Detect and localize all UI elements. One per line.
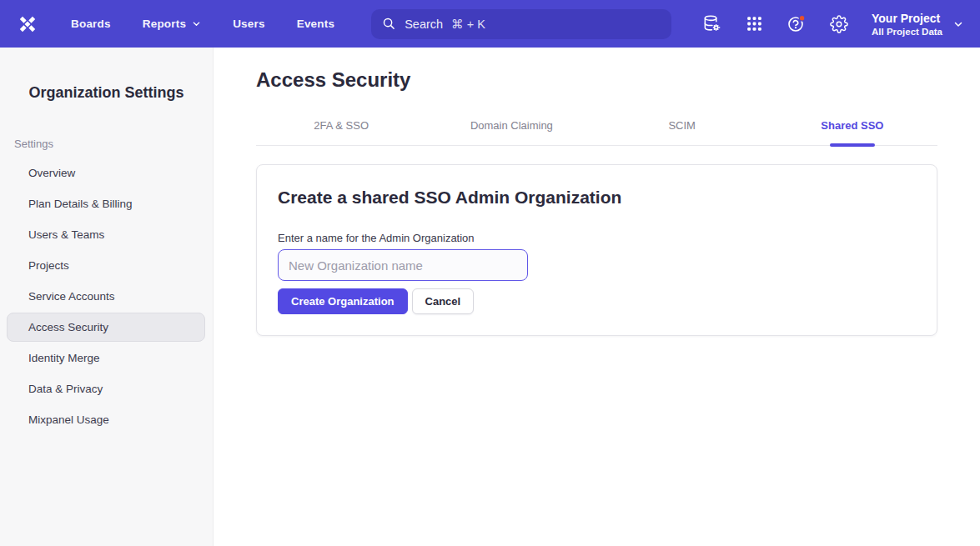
sidebar-section-label: Settings	[14, 138, 213, 150]
mixpanel-logo[interactable]	[15, 12, 40, 37]
nav-item-label: Boards	[71, 18, 111, 30]
nav-item-users[interactable]: Users	[233, 18, 265, 30]
active-tab-indicator	[830, 143, 875, 147]
org-name-label: Enter a name for the Admin Organization	[278, 232, 916, 244]
tab-label: 2FA & SSO	[314, 119, 369, 132]
main-content: Access Security 2FA & SSO Domain Claimin…	[214, 48, 980, 546]
sidebar-item-users-teams[interactable]: Users & Teams	[7, 220, 205, 249]
card-button-row: Create Organization Cancel	[278, 288, 916, 314]
chevron-down-icon	[953, 19, 963, 29]
apps-grid-button[interactable]	[744, 14, 764, 34]
nav-item-boards[interactable]: Boards	[71, 18, 111, 30]
notification-dot	[799, 15, 805, 21]
settings-button[interactable]	[829, 14, 849, 34]
tab-shared-sso[interactable]: Shared SSO	[767, 119, 937, 145]
tab-scim[interactable]: SCIM	[597, 119, 767, 145]
org-settings-sidebar: Organization Settings Settings Overview …	[0, 48, 214, 546]
primary-nav: Boards Reports Users Events	[71, 18, 334, 30]
cancel-button[interactable]: Cancel	[412, 288, 475, 314]
nav-item-reports[interactable]: Reports	[143, 18, 201, 30]
sidebar-item-projects[interactable]: Projects	[7, 251, 205, 280]
nav-item-label: Events	[297, 18, 334, 30]
search-input[interactable]: Search ⌘ + K	[371, 9, 671, 39]
sidebar-item-overview[interactable]: Overview	[7, 158, 205, 188]
help-button[interactable]	[787, 14, 807, 34]
tab-2fa-sso[interactable]: 2FA & SSO	[256, 119, 426, 145]
nav-item-label: Users	[233, 18, 265, 30]
sidebar-item-plan-details-billing[interactable]: Plan Details & Billing	[7, 189, 205, 218]
project-selector-text: Your Project All Project Data	[872, 11, 942, 38]
top-navbar: Boards Reports Users Events Search ⌘ + K	[0, 0, 980, 48]
tab-bar: 2FA & SSO Domain Claiming SCIM Shared SS…	[256, 119, 937, 146]
tab-label: SCIM	[668, 119, 696, 132]
organization-name-input[interactable]	[278, 249, 528, 281]
project-name: Your Project	[872, 11, 942, 26]
sidebar-item-access-security[interactable]: Access Security	[7, 313, 205, 342]
create-admin-org-card: Create a shared SSO Admin Organization E…	[256, 164, 937, 336]
card-title: Create a shared SSO Admin Organization	[278, 188, 916, 208]
data-management-button[interactable]	[701, 14, 721, 34]
search-placeholder: Search	[405, 18, 443, 31]
sidebar-item-data-privacy[interactable]: Data & Privacy	[7, 374, 205, 403]
sidebar-item-service-accounts[interactable]: Service Accounts	[7, 282, 205, 311]
tab-label: Domain Claiming	[470, 119, 553, 132]
navbar-icon-group	[701, 14, 849, 34]
search-icon	[382, 17, 396, 31]
mixpanel-logo-icon	[17, 13, 38, 35]
help-question-icon	[787, 13, 807, 34]
apps-grid-icon	[746, 15, 763, 33]
tab-domain-claiming[interactable]: Domain Claiming	[426, 119, 596, 145]
sidebar-nav-list: Overview Plan Details & Billing Users & …	[0, 158, 213, 434]
project-subtitle: All Project Data	[872, 26, 942, 38]
search-shortcut: ⌘ + K	[451, 18, 485, 31]
chevron-down-icon	[192, 19, 201, 28]
gear-icon	[830, 15, 848, 33]
database-gear-icon	[702, 14, 721, 33]
create-organization-button[interactable]: Create Organization	[278, 288, 408, 314]
project-selector[interactable]: Your Project All Project Data	[872, 11, 963, 38]
sidebar-item-mixpanel-usage[interactable]: Mixpanel Usage	[7, 405, 205, 434]
nav-item-events[interactable]: Events	[297, 18, 334, 30]
page-title: Access Security	[256, 68, 937, 92]
tab-label: Shared SSO	[821, 119, 883, 132]
sidebar-item-identity-merge[interactable]: Identity Merge	[7, 343, 205, 373]
sidebar-title: Organization Settings	[0, 84, 213, 102]
nav-item-label: Reports	[143, 18, 186, 30]
